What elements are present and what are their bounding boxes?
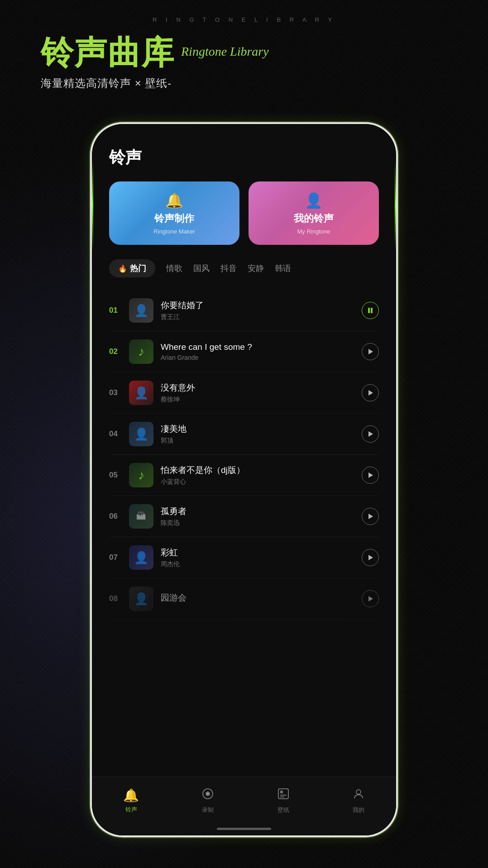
song-item[interactable]: 08👤园游会 <box>109 578 379 620</box>
header-subtitle: 海量精选高清铃声 × 壁纸- <box>41 76 175 91</box>
song-artist: Arian Grande <box>161 354 362 361</box>
ringtone-maker-card[interactable]: 🔔 铃声制作 Ringtone Maker <box>109 181 239 245</box>
song-number: 05 <box>109 471 129 480</box>
person-icon: 👤 <box>134 386 148 400</box>
nav-record-icon <box>201 787 214 803</box>
fire-icon: 🔥 <box>118 264 127 273</box>
song-thumbnail: 👤 <box>129 545 153 570</box>
song-number: 01 <box>109 306 129 315</box>
header-title-cn: 铃声曲库 <box>41 36 175 69</box>
song-artist: 蔡徐坤 <box>161 396 362 404</box>
song-artist: 郭顶 <box>161 437 362 445</box>
song-number: 04 <box>109 429 129 439</box>
play-button[interactable] <box>362 590 379 607</box>
maker-title-en: Ringtone Maker <box>153 228 195 235</box>
top-bar: R I N G T O N E L I B R A R Y <box>0 16 488 23</box>
page-header: 铃声曲库 Ringtone Library 海量精选高清铃声 × 壁纸- <box>41 36 175 91</box>
song-artist: 小蓝背心 <box>161 478 362 486</box>
svg-point-11 <box>207 793 209 795</box>
svg-rect-1 <box>371 308 373 313</box>
song-info: 怕来者不是你（dj版）小蓝背心 <box>161 464 362 486</box>
tab-korean[interactable]: 韩语 <box>275 263 291 274</box>
nav-mine-icon <box>352 787 365 803</box>
song-number: 03 <box>109 388 129 397</box>
song-item[interactable]: 03👤没有意外蔡徐坤 <box>109 372 379 414</box>
my-title-en: My Ringtone <box>297 228 330 235</box>
song-title: Where can I get some ? <box>161 342 362 352</box>
nav-wallpaper-label: 壁纸 <box>277 806 289 814</box>
top-bar-text: R I N G T O N E L I B R A R Y <box>153 16 335 23</box>
nav-wallpaper[interactable]: 壁纸 <box>277 787 290 814</box>
page-title: 铃声 <box>105 147 383 169</box>
nav-mine[interactable]: 我的 <box>352 787 365 814</box>
song-artist: 曹王江 <box>161 313 362 321</box>
person-icon: 👤 <box>134 304 148 318</box>
song-title: 彩虹 <box>161 547 362 558</box>
svg-point-16 <box>356 790 361 794</box>
tab-love[interactable]: 情歌 <box>166 263 182 274</box>
nav-record[interactable]: 录制 <box>201 787 214 814</box>
song-thumbnail: 👤 <box>129 422 153 446</box>
nav-mine-label: 我的 <box>353 806 364 814</box>
header-title-en: Ringtone Library <box>181 44 269 59</box>
svg-marker-3 <box>368 390 373 396</box>
song-item[interactable]: 01👤你要结婚了曹王江 <box>109 290 379 331</box>
home-indicator <box>217 828 271 830</box>
play-button[interactable] <box>362 549 379 566</box>
category-tabs: 🔥 热门 情歌 国风 抖音 安静 韩语 <box>105 259 383 277</box>
my-title-cn: 我的铃声 <box>294 214 334 224</box>
song-number: 08 <box>109 594 129 603</box>
song-item[interactable]: 04👤凄美地郭顶 <box>109 414 379 455</box>
nav-wallpaper-icon <box>277 787 290 803</box>
song-info: 彩虹周杰伦 <box>161 547 362 568</box>
song-item[interactable]: 02♪Where can I get some ?Arian Grande <box>109 331 379 372</box>
song-list: 01👤你要结婚了曹王江02♪Where can I get some ?Aria… <box>105 290 383 620</box>
song-item[interactable]: 06🏔孤勇者陈奕迅 <box>109 496 379 537</box>
song-number: 06 <box>109 512 129 521</box>
svg-rect-0 <box>368 308 370 313</box>
action-cards: 🔔 铃声制作 Ringtone Maker 👤 我的铃声 My Ringtone <box>105 181 383 245</box>
landscape-icon: 🏔 <box>136 510 146 522</box>
nav-ringtone-icon: 🔔 <box>123 788 139 803</box>
svg-marker-7 <box>368 555 373 560</box>
song-title: 园游会 <box>161 592 362 604</box>
song-thumbnail: 👤 <box>129 381 153 405</box>
tab-hot[interactable]: 🔥 热门 <box>109 259 155 277</box>
svg-marker-6 <box>368 514 373 519</box>
play-button[interactable] <box>362 425 379 443</box>
song-list-container: 01👤你要结婚了曹王江02♪Where can I get some ?Aria… <box>105 290 383 807</box>
tab-hot-label: 热门 <box>130 263 146 274</box>
song-item[interactable]: 05♪怕来者不是你（dj版）小蓝背心 <box>109 455 379 496</box>
song-number: 02 <box>109 347 129 356</box>
svg-marker-8 <box>368 596 373 601</box>
song-title: 孤勇者 <box>161 506 362 517</box>
song-thumbnail: 👤 <box>129 298 153 323</box>
song-artist: 陈奕迅 <box>161 519 362 527</box>
tab-cn[interactable]: 国风 <box>193 263 210 274</box>
maker-icon: 🔔 <box>165 192 183 209</box>
play-button[interactable] <box>362 343 379 360</box>
music-icon: ♪ <box>138 468 144 482</box>
tab-quiet[interactable]: 安静 <box>248 263 264 274</box>
phone-inner: 铃声 🔔 铃声制作 Ringtone Maker 👤 我的铃声 My Ringt… <box>92 124 396 835</box>
my-ringtone-card[interactable]: 👤 我的铃声 My Ringtone <box>249 181 379 245</box>
nav-ringtone-label: 铃声 <box>125 806 137 814</box>
song-info: 凄美地郭顶 <box>161 423 362 445</box>
bottom-nav: 🔔 铃声 录制 <box>92 777 396 835</box>
play-button[interactable] <box>362 384 379 401</box>
song-title: 怕来者不是你（dj版） <box>161 464 362 476</box>
song-item[interactable]: 07👤彩虹周杰伦 <box>109 537 379 578</box>
song-info: 你要结婚了曹王江 <box>161 300 362 321</box>
song-thumbnail: 👤 <box>129 587 153 611</box>
nav-ringtone[interactable]: 🔔 铃声 <box>123 788 139 814</box>
svg-marker-2 <box>368 349 373 354</box>
song-thumbnail: ♪ <box>129 339 153 364</box>
play-button[interactable] <box>362 302 379 319</box>
tab-douyin[interactable]: 抖音 <box>220 263 237 274</box>
song-title: 你要结婚了 <box>161 300 362 311</box>
play-button[interactable] <box>362 467 379 484</box>
phone-frame: 铃声 🔔 铃声制作 Ringtone Maker 👤 我的铃声 My Ringt… <box>90 122 398 837</box>
my-ringtone-icon: 👤 <box>305 192 323 209</box>
play-button[interactable] <box>362 508 379 525</box>
nav-record-label: 录制 <box>202 806 214 814</box>
